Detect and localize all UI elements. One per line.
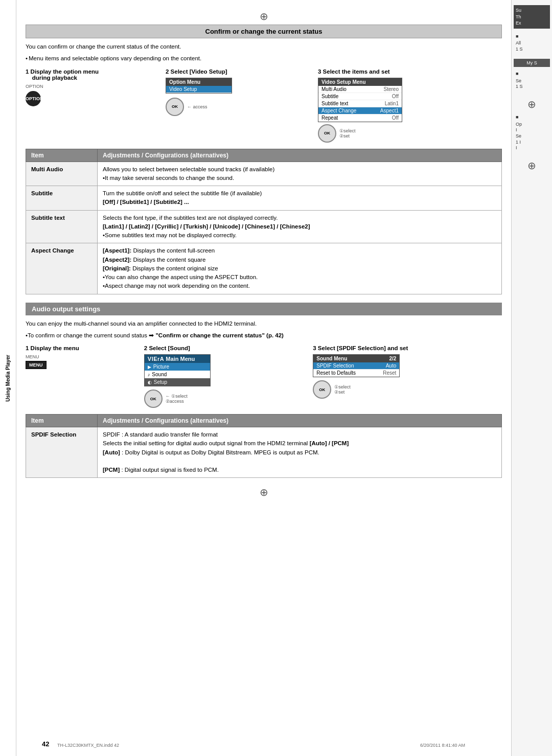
- right-sidebar-marker: ■: [516, 34, 548, 40]
- step2-s2-visual: VIErA Main Menu ▶ Picture ♪ Sound ◐ Setu…: [144, 354, 308, 386]
- right-sidebar-marker2: ■: [516, 71, 548, 77]
- option-menu-item: Video Setup: [166, 86, 232, 93]
- step2-s2-nav: ← ①select ②access: [144, 390, 308, 408]
- step2-visual: Option Menu Video Setup: [166, 78, 313, 94]
- section2: Audio output settings You can enjoy the …: [26, 303, 502, 478]
- section2-title: Audio output settings: [26, 303, 502, 315]
- access-label: ← access: [187, 104, 208, 109]
- step2-s1-block: 1 Display the menu MENU MENU: [26, 345, 139, 369]
- video-setup-menu-box: Video Setup Menu Multi AudioStereo Subti…: [318, 78, 402, 122]
- right-sidebar-text-2: All1 S: [516, 40, 548, 52]
- step1-title: 1 Display the option menu during playbac…: [26, 68, 160, 81]
- step2-s3-visual: Sound Menu2/2 SPDIF SelectionAuto Reset …: [313, 354, 502, 377]
- steps-row-2: 1 Display the menu MENU MENU 2 Select [S…: [26, 345, 502, 408]
- right-sidebar-my-s: My S: [514, 59, 550, 67]
- step2-s3-labels: ①select ②set: [334, 384, 351, 395]
- step2-s2-block: 2 Select [Sound] VIErA Main Menu ▶ Pictu…: [144, 345, 308, 408]
- footer-date: 6/20/2011 8:41:40 AM: [420, 743, 465, 748]
- desc-multi-audio: Allows you to select between selectable …: [98, 162, 502, 186]
- item-aspect-change: Aspect Change: [26, 243, 98, 294]
- right-sidebar-block-1: SuThEx: [514, 5, 550, 29]
- step2-s2-labels: ← ①select ②access: [166, 394, 188, 404]
- sound-menu-box: Sound Menu2/2 SPDIF SelectionAuto Reset …: [313, 354, 400, 377]
- right-sidebar-text-1: SuThEx: [516, 7, 548, 27]
- main-content: ⊕ Confirm or change the current status Y…: [16, 0, 511, 756]
- section1-title: Confirm or change the current status: [26, 25, 502, 38]
- section1-intro2: •Menu items and selectable options vary …: [26, 54, 502, 63]
- video-menu-row-1: SubtitleOff: [318, 93, 402, 100]
- section1: Confirm or change the current status You…: [26, 25, 502, 294]
- desc-subtitle: Turn the subtitle on/off and select the …: [98, 186, 502, 211]
- option-menu-title: Option Menu: [166, 78, 232, 86]
- step2-s1-title: 1 Display the menu: [26, 345, 139, 351]
- step3-labels: ①select ②set: [339, 128, 356, 139]
- sound-menu-header: Sound Menu2/2: [313, 355, 399, 362]
- step2-nav: ← access: [166, 98, 313, 116]
- page-container: Using Media Player ⊕ Confirm or change t…: [0, 0, 552, 756]
- compass-right: ⊕: [527, 98, 536, 110]
- menu-button[interactable]: MENU: [26, 361, 47, 369]
- right-sidebar: SuThEx ■ All1 S My S ■ Se1 S ⊕ ■ OpISe1 …: [511, 0, 552, 756]
- step2-title: 2 Select [Video Setup]: [166, 68, 313, 75]
- right-sidebar-text-4: OpISe1 II: [516, 122, 548, 151]
- steps-row-1: 1 Display the option menu during playbac…: [26, 68, 502, 143]
- step3-block: 3 Select the items and set Video Setup M…: [318, 68, 502, 143]
- step1-visual: OPTION OPTION: [26, 84, 160, 106]
- step2-s2-title: 2 Select [Sound]: [144, 345, 308, 351]
- section2-intro1: You can enjoy the multi-channel sound vi…: [26, 319, 502, 328]
- footer-file: TH-L32C30KMTX_EN.indd 42: [57, 743, 119, 748]
- step1-block: 1 Display the option menu during playbac…: [26, 68, 160, 106]
- compass-right2: ⊕: [527, 159, 536, 172]
- desc-subtitle-text: Selects the font type, if the subtitles …: [98, 210, 502, 243]
- video-menu-row-4: RepeatOff: [318, 114, 402, 122]
- menu-label: MENU: [26, 354, 139, 359]
- video-menu-row-2: Subtitle textLatin1: [318, 100, 402, 107]
- step3-visual: Video Setup Menu Multi AudioStereo Subti…: [318, 78, 502, 122]
- step3-title: 3 Select the items and set: [318, 68, 502, 75]
- option-label: OPTION: [26, 84, 160, 89]
- ok-button-s2[interactable]: [144, 390, 163, 408]
- ok-button-step3[interactable]: [318, 124, 336, 143]
- right-sidebar-block-4: ■ OpISe1 II: [514, 112, 550, 153]
- video-menu-row-0: Multi AudioStereo: [318, 86, 402, 93]
- table1-col1: Item: [26, 149, 98, 162]
- table2-col1: Item: [26, 415, 98, 427]
- compass-top: ⊕: [26, 10, 502, 22]
- left-sidebar: Using Media Player: [0, 0, 16, 756]
- page-number: 42: [42, 740, 49, 748]
- table-row: Subtitle text Selects the font type, if …: [26, 210, 502, 243]
- config-table-1: Item Adjustments / Configurations (alter…: [26, 149, 502, 294]
- config-table-2: Item Adjustments / Configurations (alter…: [26, 414, 502, 478]
- option-button[interactable]: OPTION: [26, 91, 41, 106]
- right-sidebar-text-3: Se1 S: [516, 78, 548, 90]
- reset-defaults-row: Reset to DefaultsReset: [313, 370, 399, 377]
- table-row: Aspect Change [Aspect1]: Displays the co…: [26, 243, 502, 294]
- step3-nav: ①select ②set: [318, 124, 502, 143]
- step2-block: 2 Select [Video Setup] Option Menu Video…: [166, 68, 313, 116]
- desc-aspect-change: [Aspect1]: Displays the content full-scr…: [98, 243, 502, 294]
- table1-col2: Adjustments / Configurations (alternativ…: [98, 149, 502, 162]
- item-spdif: SPDIF Selection: [26, 427, 98, 478]
- step2-s3-nav: ①select ②set: [313, 380, 502, 399]
- viera-picture-item: ▶ Picture: [145, 363, 210, 371]
- ok-button-step2[interactable]: [166, 98, 184, 116]
- item-subtitle-text: Subtitle text: [26, 210, 98, 243]
- right-sidebar-block-2: ■ All1 S: [514, 32, 550, 55]
- viera-menu-box: VIErA Main Menu ▶ Picture ♪ Sound ◐ Setu…: [144, 354, 211, 386]
- right-sidebar-block-3: ■ Se1 S: [514, 69, 550, 92]
- step2-s3-title: 3 Select [SPDIF Selection] and set: [313, 345, 502, 351]
- step2-s3-block: 3 Select [SPDIF Selection] and set Sound…: [313, 345, 502, 399]
- viera-menu-title: VIErA Main Menu: [145, 355, 210, 363]
- table-row: Multi Audio Allows you to select between…: [26, 162, 502, 186]
- table-row: SPDIF Selection SPDIF : A standard audio…: [26, 427, 502, 478]
- step2-s1-visual: MENU MENU: [26, 354, 139, 369]
- video-setup-menu-title: Video Setup Menu: [318, 78, 402, 86]
- compass-bottom: ⊕: [26, 486, 502, 498]
- item-subtitle: Subtitle: [26, 186, 98, 211]
- table2-col2: Adjustments / Configurations (alternativ…: [98, 415, 502, 427]
- viera-sound-item: ♪ Sound: [145, 371, 210, 378]
- desc-spdif: SPDIF : A standard audio transfer file f…: [98, 427, 502, 478]
- ok-button-s3[interactable]: [313, 380, 331, 399]
- right-sidebar-marker3: ■: [516, 114, 548, 121]
- item-multi-audio: Multi Audio: [26, 162, 98, 186]
